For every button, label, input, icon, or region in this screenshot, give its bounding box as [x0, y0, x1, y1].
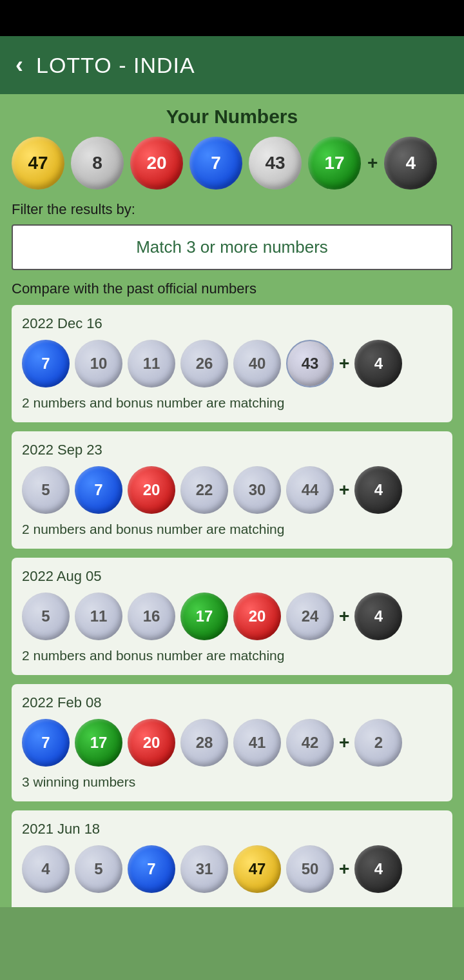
compare-label: Compare with the past official numbers	[12, 280, 452, 297]
plus-icon-1: +	[339, 353, 349, 374]
result-date-5: 2021 Jun 18	[22, 821, 442, 838]
result-ball-50: 50	[286, 845, 334, 893]
your-ball-7: 7	[189, 137, 242, 190]
filter-value: Match 3 or more numbers	[136, 237, 328, 257]
result-balls-3: 5 11 16 17 20 24 + 4	[22, 593, 442, 640]
your-ball-8: 8	[71, 137, 124, 190]
back-button[interactable]: ‹	[15, 54, 23, 77]
result-ball-11b: 11	[75, 593, 122, 640]
result-ball-5: 5	[22, 466, 70, 514]
result-balls-1: 7 10 11 26 40 43 + 4	[22, 340, 442, 387]
filter-label: Filter the results by:	[12, 201, 452, 218]
your-numbers-balls: 47 8 20 7 43 17 + 4	[12, 137, 452, 190]
result-balls-2: 5 7 20 22 30 44 + 4	[22, 466, 442, 514]
plus-icon-5: +	[339, 859, 349, 879]
result-ball-7c: 7	[22, 719, 70, 767]
result-bonus-4d: 4	[354, 845, 402, 893]
result-ball-41: 41	[233, 719, 281, 767]
your-numbers-section: Your Numbers 47 8 20 7 43 17 + 4	[12, 106, 452, 190]
header-title: LOTTO - INDIA	[36, 53, 195, 78]
result-ball-40: 40	[233, 340, 281, 387]
your-ball-17: 17	[308, 137, 361, 190]
result-ball-30: 30	[233, 466, 281, 514]
filter-section: Filter the results by: Match 3 or more n…	[12, 201, 452, 270]
result-ball-17b: 17	[75, 719, 122, 767]
your-ball-20: 20	[130, 137, 183, 190]
result-date-4: 2022 Feb 08	[22, 694, 442, 711]
result-ball-17: 17	[180, 593, 228, 640]
result-bonus-4b: 4	[354, 466, 402, 514]
result-card-5: 2021 Jun 18 4 5 7 31 47 50 + 4	[12, 810, 452, 907]
header: ‹ LOTTO - INDIA	[0, 36, 464, 94]
result-ball-4: 4	[22, 845, 70, 893]
result-ball-7b: 7	[75, 466, 122, 514]
result-bonus-2: 2	[354, 719, 402, 767]
result-ball-20b: 20	[233, 593, 281, 640]
filter-box[interactable]: Match 3 or more numbers	[12, 224, 452, 270]
result-ball-44: 44	[286, 466, 334, 514]
result-ball-11: 11	[128, 340, 175, 387]
result-ball-20: 20	[128, 466, 175, 514]
result-ball-16: 16	[128, 593, 175, 640]
result-date-3: 2022 Aug 05	[22, 568, 442, 585]
result-card-1: 2022 Dec 16 7 10 11 26 40 43 + 4 2 numbe…	[12, 305, 452, 422]
main-content: Your Numbers 47 8 20 7 43 17 + 4 Filter …	[0, 94, 464, 907]
result-ball-10: 10	[75, 340, 122, 387]
plus-icon-2: +	[339, 480, 349, 500]
result-ball-26: 26	[180, 340, 228, 387]
plus-icon-4: +	[339, 732, 349, 753]
result-ball-5c: 5	[75, 845, 122, 893]
result-ball-28: 28	[180, 719, 228, 767]
plus-icon-3: +	[339, 606, 349, 627]
result-date-1: 2022 Dec 16	[22, 315, 442, 332]
result-ball-22: 22	[180, 466, 228, 514]
result-ball-24: 24	[286, 593, 334, 640]
your-numbers-label: Your Numbers	[12, 106, 452, 128]
result-ball-43: 43	[286, 340, 334, 387]
result-ball-7d: 7	[128, 845, 175, 893]
result-ball-47: 47	[233, 845, 281, 893]
plus-icon: +	[367, 153, 378, 173]
status-bar	[0, 0, 464, 36]
your-bonus-4: 4	[384, 137, 437, 190]
match-text-2: 2 numbers and bonus number are matching	[22, 522, 442, 537]
match-text-3: 2 numbers and bonus number are matching	[22, 648, 442, 663]
result-ball-7: 7	[22, 340, 70, 387]
your-ball-43: 43	[249, 137, 302, 190]
result-balls-4: 7 17 20 28 41 42 + 2	[22, 719, 442, 767]
result-bonus-4: 4	[354, 340, 402, 387]
result-ball-5b: 5	[22, 593, 70, 640]
result-balls-5: 4 5 7 31 47 50 + 4	[22, 845, 442, 893]
result-ball-42: 42	[286, 719, 334, 767]
result-ball-31: 31	[180, 845, 228, 893]
result-bonus-4c: 4	[354, 593, 402, 640]
result-date-2: 2022 Sep 23	[22, 442, 442, 458]
result-ball-20c: 20	[128, 719, 175, 767]
your-ball-47: 47	[12, 137, 64, 190]
result-card-2: 2022 Sep 23 5 7 20 22 30 44 + 4 2 number…	[12, 431, 452, 549]
result-card-4: 2022 Feb 08 7 17 20 28 41 42 + 2 3 winni…	[12, 684, 452, 801]
match-text-1: 2 numbers and bonus number are matching	[22, 395, 442, 411]
result-card-3: 2022 Aug 05 5 11 16 17 20 24 + 4 2 numbe…	[12, 558, 452, 675]
match-text-4: 3 winning numbers	[22, 774, 442, 790]
